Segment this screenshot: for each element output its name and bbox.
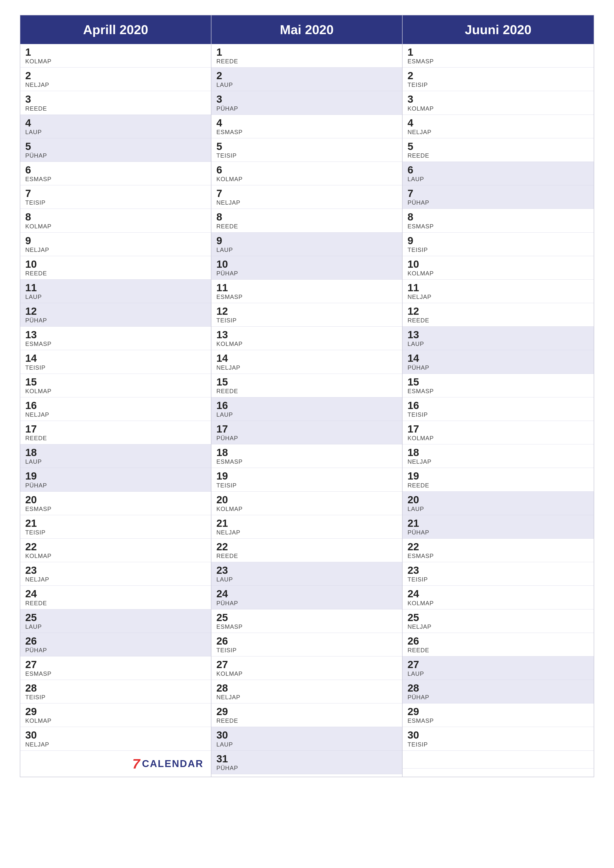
day-name: ESMASP [407, 58, 589, 65]
day-name: LAUP [25, 458, 206, 465]
day-number: 11 [216, 282, 397, 293]
day-row: 25LAUP [20, 609, 211, 633]
day-row: 25NELJAP [403, 609, 594, 633]
day-row: 8KOLMAP [20, 209, 211, 232]
day-row: 6KOLMAP [211, 162, 402, 185]
day-number: 7 [407, 188, 589, 199]
day-name: ESMASP [407, 717, 589, 724]
day-row: 5PÜHAP [20, 138, 211, 162]
day-number: 30 [216, 729, 397, 741]
day-row: 2LAUP [211, 68, 402, 91]
day-row: 25ESMASP [211, 609, 402, 633]
day-row: 20LAUP [403, 491, 594, 515]
day-row: 24REEDE [20, 586, 211, 609]
day-number: 13 [216, 329, 397, 341]
day-row: 17REEDE [20, 421, 211, 444]
day-name: LAUP [216, 411, 397, 418]
day-number: 30 [407, 729, 589, 741]
day-name: NELJAP [25, 81, 206, 88]
day-row: 13LAUP [403, 327, 594, 350]
day-row: 6ESMASP [20, 162, 211, 185]
day-name: ESMASP [216, 293, 397, 301]
day-number: 8 [25, 211, 206, 223]
month-header-2: Juuni 2020 [403, 16, 594, 44]
day-name: KOLMAP [407, 435, 589, 442]
day-name: LAUP [25, 129, 206, 136]
month-header-0: Aprill 2020 [20, 16, 211, 44]
day-name: KOLMAP [25, 553, 206, 560]
calendar-header: Aprill 2020Mai 2020Juuni 2020 [20, 16, 594, 44]
day-number: 25 [216, 612, 397, 623]
day-row: 28NELJAP [211, 680, 402, 704]
day-row: 14TEISIP [20, 350, 211, 374]
day-number: 17 [216, 423, 397, 435]
day-number: 27 [25, 659, 206, 670]
day-number: 18 [25, 447, 206, 458]
day-row: 3REEDE [20, 91, 211, 115]
day-name: TEISIP [407, 411, 589, 418]
day-name: LAUP [216, 576, 397, 583]
day-number: 4 [25, 117, 206, 129]
day-row: 28PÜHAP [403, 680, 594, 704]
day-row: 22KOLMAP [20, 539, 211, 562]
day-name: LAUP [25, 623, 206, 630]
day-name: TEISIP [407, 576, 589, 583]
day-name: LAUP [216, 246, 397, 253]
logo-area: 7CALENDAR [20, 751, 211, 777]
day-row: 19TEISIP [211, 468, 402, 491]
day-name: TEISIP [216, 317, 397, 324]
day-row: 18LAUP [20, 444, 211, 468]
day-row: 2NELJAP [20, 68, 211, 91]
day-row: 4NELJAP [403, 115, 594, 138]
day-name: TEISIP [216, 482, 397, 489]
day-number: 6 [216, 164, 397, 176]
day-number: 21 [25, 518, 206, 529]
day-name: TEISIP [407, 81, 589, 88]
day-name: NELJAP [407, 129, 589, 136]
logo-number: 7 [132, 756, 140, 772]
day-row: 8ESMASP [403, 209, 594, 232]
day-name: KOLMAP [25, 223, 206, 230]
day-number: 24 [25, 588, 206, 600]
day-row: 19PÜHAP [20, 468, 211, 491]
day-number: 26 [25, 636, 206, 647]
day-name: PÜHAP [216, 105, 397, 112]
day-row-empty [403, 751, 594, 769]
day-row: 7PÜHAP [403, 185, 594, 209]
day-row: 7NELJAP [211, 185, 402, 209]
day-row: 29KOLMAP [20, 704, 211, 727]
day-row: 30NELJAP [20, 727, 211, 750]
day-name: REEDE [25, 600, 206, 607]
day-number: 1 [407, 46, 589, 58]
day-row: 5TEISIP [211, 138, 402, 162]
day-name: ESMASP [407, 223, 589, 230]
day-number: 17 [407, 423, 589, 435]
day-number: 10 [25, 259, 206, 270]
day-number: 16 [216, 400, 397, 411]
day-name: NELJAP [216, 529, 397, 536]
day-number: 2 [407, 70, 589, 81]
day-number: 5 [216, 141, 397, 152]
day-number: 21 [407, 518, 589, 529]
day-row: 12PÜHAP [20, 303, 211, 327]
day-number: 16 [407, 400, 589, 411]
day-number: 18 [216, 447, 397, 458]
day-name: PÜHAP [25, 482, 206, 489]
day-row: 2TEISIP [403, 68, 594, 91]
day-name: KOLMAP [407, 105, 589, 112]
day-row: 27KOLMAP [211, 656, 402, 680]
day-number: 16 [25, 400, 206, 411]
day-row: 18ESMASP [211, 444, 402, 468]
day-row: 14NELJAP [211, 350, 402, 374]
day-name: REEDE [407, 482, 589, 489]
day-name: NELJAP [216, 199, 397, 206]
day-name: REEDE [407, 317, 589, 324]
day-row: 23NELJAP [20, 562, 211, 586]
day-name: REEDE [25, 435, 206, 442]
day-row: 1ESMASP [403, 44, 594, 68]
day-number: 3 [407, 93, 589, 105]
day-name: PÜHAP [407, 364, 589, 371]
day-name: TEISIP [216, 152, 397, 159]
day-number: 8 [407, 211, 589, 223]
day-number: 6 [25, 164, 206, 176]
